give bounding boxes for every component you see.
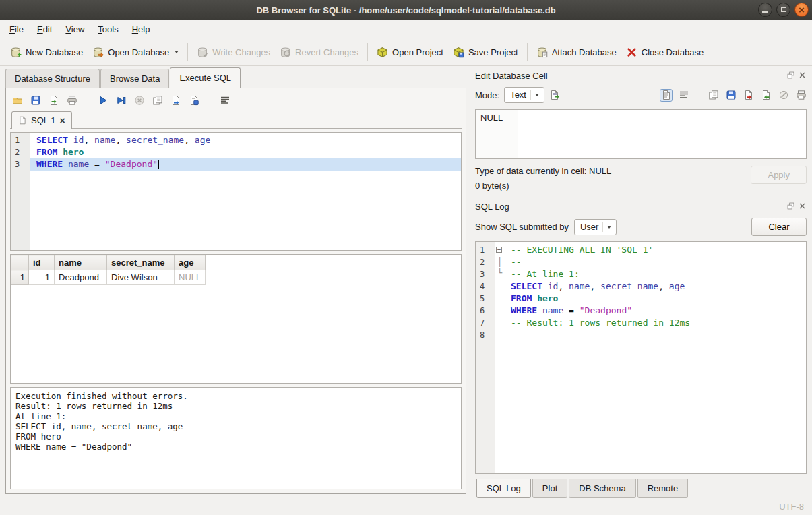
execute-sql-panel: SQL 1 × 1SELECT id, name, secret_name, a… [5, 88, 466, 494]
submitter-dropdown[interactable]: User [574, 219, 617, 235]
code-line[interactable]: 7-- Result: 1 rows returned in 12ms [476, 317, 806, 329]
menu-edit[interactable]: Edit [30, 22, 59, 37]
float-panel-icon[interactable] [787, 71, 795, 80]
tab-database-structure[interactable]: Database Structure [5, 69, 100, 88]
open-project-button[interactable]: Open Project [372, 42, 448, 62]
revert-changes-label: Revert Changes [295, 47, 358, 57]
revert-changes-button: Revert Changes [275, 42, 363, 62]
statusbar: UTF-8 [0, 498, 812, 515]
tab-plot[interactable]: Plot [532, 479, 567, 498]
print-cell-icon[interactable] [795, 90, 807, 101]
apply-button: Apply [751, 166, 807, 184]
save-project-label: Save Project [468, 47, 518, 57]
column-header-age[interactable]: age [175, 255, 206, 270]
mode-dropdown[interactable]: Text [504, 87, 544, 103]
edit-cell-toolbar: Mode: Text [475, 87, 807, 103]
cell-info: Type of data currently in cell: NULL 0 b… [475, 166, 807, 191]
edit-cell-title: Edit Database Cell [475, 71, 787, 81]
column-header-name[interactable]: name [55, 255, 107, 270]
edit-cell-icons-right [660, 90, 807, 101]
code-line[interactable]: 3-- At line 1: [476, 268, 806, 280]
tab-browse-data[interactable]: Browse Data [100, 69, 169, 88]
new-tab-icon[interactable] [152, 94, 163, 106]
attach-database-label: Attach Database [552, 47, 617, 57]
result-cell[interactable]: Dive Wilson [107, 270, 175, 285]
save-project-button[interactable]: Save Project [448, 42, 523, 62]
execute-current-line-icon[interactable] [115, 94, 127, 106]
close-database-button[interactable]: Close Database [621, 42, 709, 62]
line-number: 3 [11, 158, 30, 171]
copy-cell-icon[interactable] [708, 90, 719, 101]
code-line[interactable]: 3WHERE name = "Deadpond" [11, 158, 461, 171]
row-number[interactable]: 1 [11, 270, 29, 285]
menu-tools[interactable]: Tools [91, 22, 125, 37]
new-database-button[interactable]: New Database [5, 42, 88, 62]
sql-editor[interactable]: 1SELECT id, name, secret_name, age2FROM … [10, 132, 462, 251]
code-line[interactable]: 8 [476, 329, 806, 341]
open-sql-new-tab-icon[interactable] [48, 94, 59, 106]
chevron-down-icon[interactable] [175, 51, 179, 53]
write-changes-button: Write Changes [192, 42, 275, 62]
result-cell[interactable]: Deadpond [55, 270, 107, 285]
open-database-button[interactable]: Open Database [88, 42, 183, 62]
tab-remote[interactable]: Remote [637, 479, 689, 498]
column-header-secret_name[interactable]: secret_name [107, 255, 175, 270]
maximize-button[interactable] [776, 3, 790, 17]
export-results-icon[interactable] [170, 94, 181, 106]
text-view-icon[interactable] [660, 90, 672, 101]
mode-value: Text [510, 90, 526, 100]
close-panel-icon[interactable] [799, 71, 807, 80]
main-area: Database Structure Browse Data Execute S… [0, 66, 812, 498]
main-tab-bar: Database Structure Browse Data Execute S… [5, 67, 466, 88]
close-window-button[interactable]: × [794, 3, 809, 17]
code-line[interactable]: 2FROM hero [11, 146, 461, 158]
import-cell-icon[interactable] [760, 90, 772, 101]
sql-tab-close-icon[interactable]: × [59, 116, 65, 125]
code-line[interactable]: 2-- [476, 256, 806, 268]
code-line[interactable]: 6WHERE name = "Deadpond" [476, 305, 806, 317]
tab-sql-log[interactable]: SQL Log [476, 479, 531, 498]
float-panel-icon[interactable] [787, 202, 795, 210]
code-line[interactable]: 4SELECT id, name, secret_name, age [476, 280, 806, 293]
sql-tab-bar: SQL 1 × [10, 111, 462, 129]
word-wrap-icon[interactable] [678, 90, 689, 101]
sql-log-controls: Show SQL submitted by User Clear [475, 218, 807, 236]
save-cell-icon[interactable] [725, 90, 737, 101]
close-panel-icon[interactable] [799, 202, 807, 210]
sql-editor-tab[interactable]: SQL 1 × [11, 111, 72, 129]
menu-help[interactable]: Help [125, 22, 157, 37]
print-icon[interactable] [66, 94, 77, 106]
set-null-icon[interactable] [778, 90, 789, 101]
result-cell[interactable]: 1 [29, 270, 55, 285]
edit-cell-icons-left [549, 90, 561, 101]
save-results-icon[interactable] [188, 94, 199, 106]
results-grid: idnamesecret_nameage11DeadpondDive Wilso… [10, 254, 462, 384]
load-text-icon[interactable] [549, 90, 561, 101]
sql-log-view[interactable]: 1−-- EXECUTING ALL IN 'SQL 1'2--3-- At l… [475, 241, 807, 474]
save-sql-file-icon[interactable] [30, 94, 41, 106]
code-line[interactable]: 1−-- EXECUTING ALL IN 'SQL 1' [476, 244, 806, 256]
tab-execute-sql[interactable]: Execute SQL [170, 67, 241, 88]
menu-view[interactable]: View [59, 22, 91, 37]
column-header-id[interactable]: id [29, 255, 55, 270]
open-sql-file-icon[interactable] [11, 94, 23, 106]
minimize-button[interactable] [758, 3, 772, 17]
menu-file[interactable]: File [3, 22, 30, 37]
attach-database-button[interactable]: Attach Database [532, 42, 621, 62]
code-line[interactable]: 1SELECT id, name, secret_name, age [11, 134, 461, 146]
execute-all-icon[interactable] [97, 94, 108, 106]
line-number: 1 [11, 134, 30, 146]
edit-cell-header: Edit Database Cell [475, 69, 807, 82]
result-cell[interactable]: NULL [175, 270, 206, 285]
line-number: 5 [476, 293, 495, 305]
open-project-icon [377, 47, 388, 58]
encoding-status: UTF-8 [779, 502, 804, 512]
export-cell-icon[interactable] [743, 90, 754, 101]
cell-type-info: Type of data currently in cell: NULL [475, 166, 751, 176]
code-line[interactable]: 5FROM hero [476, 293, 806, 305]
clear-button[interactable]: Clear [751, 218, 807, 236]
cell-editor[interactable]: NULL [475, 109, 807, 159]
fold-marker [495, 293, 504, 305]
word-wrap-icon[interactable] [219, 94, 230, 106]
tab-db-schema[interactable]: DB Schema [569, 479, 635, 498]
